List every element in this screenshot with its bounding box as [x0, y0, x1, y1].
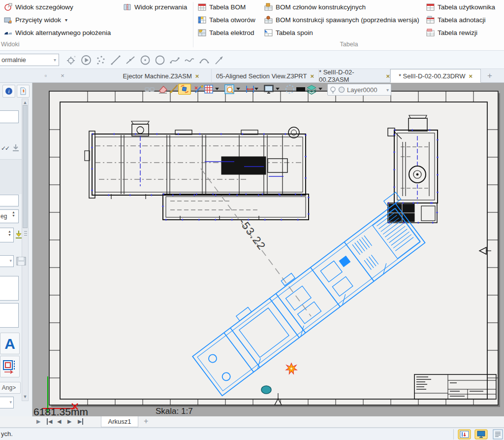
tab-selii-z3asm[interactable]: * SelII-D-02-00.Z3ASM ×	[319, 69, 390, 83]
drawing-viewport[interactable]: -53.22	[32, 83, 504, 416]
document-status-icon[interactable]	[491, 429, 504, 440]
spinner-arrows[interactable]: ▲▼	[12, 210, 15, 217]
last-sheet-button[interactable]: ▶	[78, 418, 83, 425]
text-style-button[interactable]: A	[0, 333, 20, 354]
line-width-swatch-icon[interactable]	[295, 84, 306, 95]
structural-bom-table-icon	[264, 3, 273, 11]
ribbon-item-tabela-bom[interactable]: Tabela BOM	[196, 1, 248, 12]
arc-tool-icon[interactable]	[198, 54, 210, 66]
close-tab-icon[interactable]: ×	[195, 72, 199, 80]
datum-marker[interactable]	[261, 386, 271, 394]
close-tab-icon[interactable]: ×	[386, 72, 390, 80]
chevron-down-icon: ▾	[54, 57, 56, 63]
new-tab-button[interactable]: +	[487, 71, 492, 81]
properties-sidebar: i ▲ ▼ ✓✓ eg ▲▼ ▲▼ ▾ A	[0, 83, 32, 416]
dimension-icon[interactable]	[245, 84, 255, 95]
tab-selii-z3drw[interactable]: * SelII-D-02-00.Z3DRW ×	[390, 69, 481, 83]
polyline-tool-icon[interactable]	[125, 54, 136, 66]
circle-tool-icon[interactable]	[154, 54, 166, 66]
sidebar-input[interactable]	[0, 110, 19, 123]
dropdown-caret[interactable]	[276, 88, 280, 90]
ribbon: Widok szczegółowy Przycięty widok ▾ Wido…	[0, 0, 504, 51]
add-sheet-button[interactable]: +	[144, 417, 148, 426]
sidebar-combo[interactable]: ▾	[0, 397, 14, 408]
circle-center-icon[interactable]	[139, 54, 151, 66]
layer-combo[interactable]: Layer0000 ▾	[327, 84, 391, 96]
svg-text:i: i	[8, 88, 9, 94]
prev-sheet-button[interactable]: ◀	[57, 418, 61, 425]
dropdown-caret[interactable]	[215, 88, 219, 90]
wave-tool-icon[interactable]	[184, 54, 195, 66]
scrollbar-thumb[interactable]	[23, 105, 28, 228]
drawing-sheet[interactable]	[49, 91, 498, 405]
angle-spinner[interactable]: eg	[0, 209, 19, 223]
edit-xy-icon[interactable]	[193, 84, 204, 95]
sidebar-listbox[interactable]	[0, 303, 19, 328]
value-spinner[interactable]	[0, 228, 14, 242]
dropdown-caret[interactable]	[318, 88, 322, 90]
table-grid-icon[interactable]	[203, 84, 214, 95]
ribbon-item-tabela-elektrod[interactable]: Tabela elektrod	[196, 27, 256, 38]
first-sheet-button[interactable]: ◀	[47, 418, 52, 425]
display-status-icon[interactable]	[474, 429, 488, 440]
sidebar-expand-icon[interactable]: ▶	[36, 418, 40, 425]
restore-window-icon[interactable]: ▫	[40, 72, 51, 79]
gear-run-icon[interactable]	[65, 54, 77, 66]
ang-button[interactable]: Ang>	[0, 382, 21, 394]
check-icons[interactable]: ✓✓	[1, 145, 9, 152]
ribbon-item-widok-szczegolowy[interactable]: Widok szczegółowy	[2, 1, 75, 12]
arrow-line-icon[interactable]	[213, 54, 225, 66]
scroll-down-icon[interactable]: ▼	[22, 393, 29, 400]
grid-format-icon	[2, 359, 17, 374]
close-tab-icon[interactable]: ×	[469, 72, 472, 80]
eraser-icon[interactable]	[158, 84, 168, 95]
dropdown-caret[interactable]	[254, 88, 258, 90]
display-monitor-icon[interactable]	[263, 84, 274, 95]
point-spray-icon[interactable]	[95, 54, 107, 66]
info-button[interactable]: i	[2, 85, 15, 98]
yellow-download-icon[interactable]	[14, 230, 24, 239]
dropdown-caret[interactable]	[236, 88, 240, 90]
sidebar-listbox[interactable]	[0, 276, 19, 301]
line-tool-icon[interactable]	[110, 54, 122, 66]
close-tab-icon[interactable]: ×	[310, 72, 314, 80]
ribbon-item-tabela-uzytkownika[interactable]: Tabela użytkownika	[424, 1, 497, 12]
ribbon-item-bom-czlonow[interactable]: BOM członów konstrukcyjnych	[262, 1, 368, 12]
ribbon-item-tabela-rewizji[interactable]: Tabela rewizji	[424, 27, 479, 38]
tab-aligned-section-view[interactable]: 05-Aligned Section View.Z3PRT ×	[212, 69, 319, 83]
close-window-icon[interactable]: ×	[57, 72, 68, 79]
regen-views-button[interactable]	[178, 84, 191, 95]
ribbon-item-widok-przerwania[interactable]: Widok przerwania	[121, 1, 189, 12]
ribbon-item-tabela-spoin[interactable]: Tabela spoin	[262, 27, 315, 38]
scale-text: Skala: 1:7	[156, 406, 193, 416]
ribbon-item-tabela-otworow[interactable]: Tabela otworów	[196, 14, 257, 25]
scroll-up-icon[interactable]: ▲	[22, 99, 29, 106]
brush-icon[interactable]	[168, 84, 179, 95]
drawing-canvas[interactable]: -53.22	[32, 83, 504, 416]
ribbon-item-bom-spawanych[interactable]: BOM konstrukcji spawanych (poprzednia we…	[262, 14, 421, 25]
spinner-arrows[interactable]: ▲▼	[8, 230, 11, 237]
line-style-combo[interactable]: ormalnie ▾	[0, 54, 59, 66]
sidebar-input[interactable]	[0, 195, 19, 206]
table-format-button[interactable]	[0, 356, 20, 377]
play-icon[interactable]	[80, 54, 92, 66]
save-icon[interactable]	[16, 256, 27, 266]
spline-tool-icon[interactable]	[169, 54, 181, 66]
dashed-circle-icon[interactable]	[284, 84, 295, 95]
revision-table-icon	[426, 29, 435, 37]
next-sheet-button[interactable]: ▶	[67, 418, 71, 425]
sheet-tab-arkusz1[interactable]: Arkusz1	[101, 416, 138, 427]
layers-icon[interactable]	[306, 84, 317, 95]
ribbon-item-widok-alternatywnego-polozenia[interactable]: Widok alternatywnego położenia	[2, 27, 113, 38]
download-arrow-icon[interactable]	[11, 143, 21, 153]
print-preview-icon[interactable]	[224, 84, 235, 95]
tab-ejector-machine[interactable]: Ejector Machine.Z3ASM ×	[111, 69, 212, 83]
sidebar-panel	[0, 160, 22, 194]
ribbon-item-tabela-adnotacji[interactable]: Tabela adnotacji	[424, 14, 488, 25]
da-toolbar-status-icon[interactable]	[458, 429, 471, 440]
sidebar-combo[interactable]: ▾	[0, 255, 14, 267]
flame-button[interactable]	[17, 85, 30, 98]
ribbon-item-przyciety-widok[interactable]: Przycięty widok ▾	[2, 14, 69, 25]
link-icon[interactable]	[144, 84, 155, 95]
sidebar-scrollbar[interactable]	[22, 99, 29, 401]
